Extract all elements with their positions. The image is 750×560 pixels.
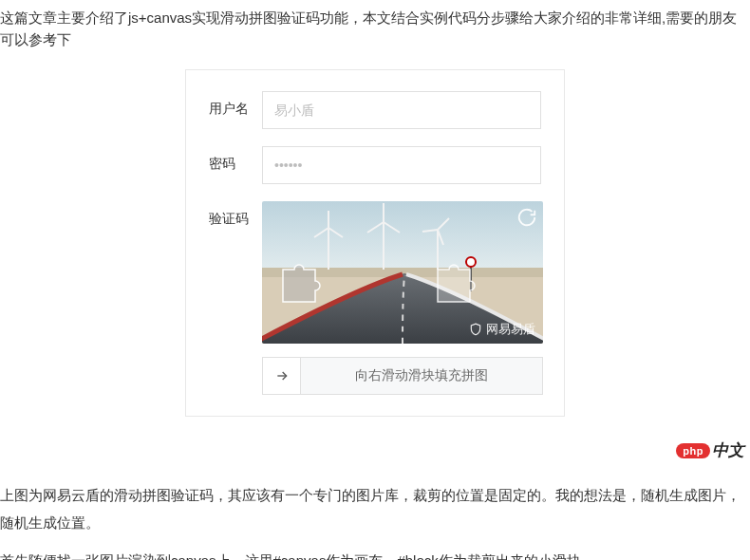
- arrow-right-icon: [274, 368, 290, 383]
- username-row: 用户名: [209, 91, 541, 129]
- intro-paragraph: 这篇文章主要介绍了js+canvas实现滑动拼图验证码功能，本文结合实例代码分步…: [0, 0, 750, 69]
- password-input[interactable]: [262, 146, 541, 184]
- username-input[interactable]: [262, 91, 541, 129]
- site-logo-badge: php 中文: [0, 436, 750, 471]
- password-label: 密码: [209, 146, 262, 173]
- refresh-icon[interactable]: [516, 207, 537, 228]
- svg-rect-0: [262, 201, 543, 275]
- explain-paragraph-1: 上图为网易云盾的滑动拼图验证码，其应该有一个专门的图片库，裁剪的位置是固定的。我…: [0, 482, 750, 536]
- shield-icon: [469, 323, 482, 336]
- password-row: 密码: [209, 146, 541, 184]
- captcha-slider: 向右滑动滑块填充拼图: [262, 357, 543, 395]
- explain-paragraph-2: 首先随便找一张图片渲染到canvas上，这里#canvas作为画布，#block…: [0, 548, 750, 560]
- logo-text: 中文: [712, 439, 744, 461]
- captcha-watermark: 网易易盾: [469, 321, 535, 338]
- captcha-row: 验证码: [209, 201, 541, 395]
- demo-form-panel: 用户名 密码 验证码: [185, 69, 565, 417]
- username-label: 用户名: [209, 91, 262, 118]
- slider-handle[interactable]: [263, 358, 301, 394]
- captcha-label: 验证码: [209, 201, 262, 228]
- svg-point-16: [466, 257, 476, 267]
- logo-pill: php: [676, 443, 710, 458]
- captcha-image: 网易易盾: [262, 201, 543, 344]
- slider-hint-text: 向右滑动滑块填充拼图: [301, 358, 542, 394]
